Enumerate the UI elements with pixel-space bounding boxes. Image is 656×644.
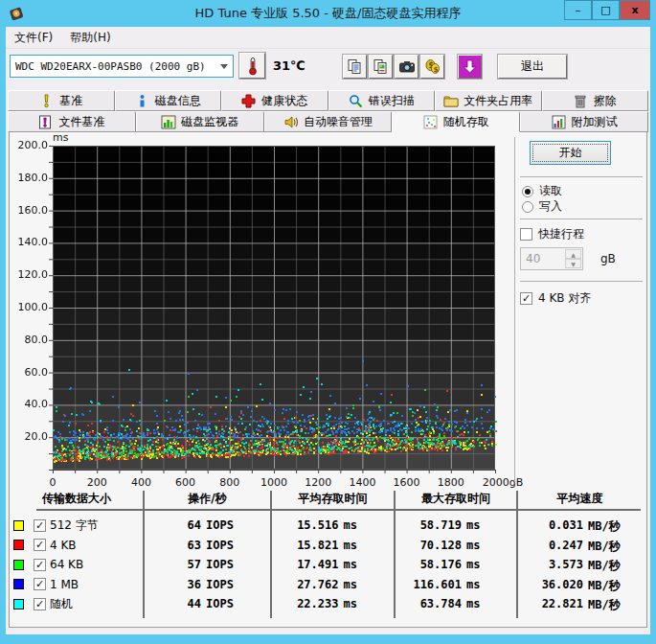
series-color-swatch [13,560,24,570]
avg-access-time: 15.516ms [271,518,395,532]
read-radio-label: 读取 [539,183,562,199]
column-header: 平均速度 [517,491,643,506]
value: 64 [172,518,201,532]
info-icon [135,94,150,108]
max-access-time: 63.784ms [395,597,517,610]
write-radio-row[interactable]: 写入 [522,198,562,215]
avg-speed: 0.031MB/秒 [517,518,643,535]
copy-image-button[interactable] [369,55,393,79]
unit: ms [466,518,503,532]
tab-benchmark[interactable]: 基准 [8,90,115,111]
value: 57 [172,558,201,571]
unit: MB/秒 [588,518,624,535]
series-checkbox[interactable]: ✓ [34,539,46,551]
write-radio-label: 写入 [539,198,562,215]
y-tick-label: 60.0 [10,366,48,379]
tab-disk-info[interactable]: 磁盘信息 [115,90,222,111]
divider [520,281,643,282]
tab-file-benchmark[interactable]: 文件基准 [8,111,136,132]
tab-label: 文件基准 [58,114,104,130]
thermometer-icon [246,57,260,76]
series-checkbox[interactable]: ✓ [34,578,46,590]
tab-error-scan[interactable]: 错误扫描 [328,90,436,111]
short-stroke-spinner[interactable]: 40 ▲ ▼ [520,247,583,270]
tab-row-2: 文件基准磁盘监视器自动噪音管理随机存取附加测试 [8,111,648,132]
align-row[interactable]: ✓ 4 KB 对齐 [520,290,591,307]
temperature-button[interactable] [239,53,265,79]
y-tick-label: 180.0 [10,172,48,184]
value: 3.573 [535,558,583,574]
unit: IOPS [206,578,242,591]
value: 17.491 [286,558,339,571]
series-checkbox[interactable]: ✓ [34,559,46,571]
results-table: 传输数据大小操作/秒平均存取时间最大存取时间平均速度✓512 字节64IOPS1… [10,489,643,623]
avg-access-time: 17.491ms [271,558,395,571]
tab-health[interactable]: 健康状态 [221,90,328,111]
menu-item-file[interactable]: 文件(F) [6,28,61,48]
series-checkbox[interactable]: ✓ [34,519,46,532]
align-checkbox[interactable]: ✓ [520,292,532,305]
spinner-up-icon[interactable]: ▲ [565,249,581,259]
tab-erase[interactable]: 擦除 [542,90,649,111]
screenshot-button[interactable] [395,55,418,79]
unit: ms [344,578,380,591]
value: 116.601 [409,578,462,591]
y-tick-label: 20.0 [10,430,48,443]
series-checkbox[interactable]: ✓ [34,598,46,610]
value: 27.762 [286,578,339,591]
read-radio-row[interactable]: 读取 [522,183,562,199]
unit: IOPS [206,597,242,610]
unit: MB/秒 [588,539,624,555]
minimize-button[interactable]: – [564,0,592,20]
exit-button[interactable]: 退出 [498,55,567,79]
avg-speed: 3.573MB/秒 [517,558,643,574]
tab-label: 附加测试 [572,114,618,130]
write-radio[interactable] [522,201,533,213]
tab-disk-monitor[interactable]: 磁盘监视器 [136,111,264,132]
menu-item-help[interactable]: 帮助(H) [61,28,119,48]
series-color-swatch [13,520,24,531]
tab-random-access[interactable]: 随机存取 [392,111,520,132]
read-radio[interactable] [522,186,533,197]
maximize-button[interactable]: □ [592,0,620,20]
y-tick-label: 40.0 [10,398,48,410]
table-row: ✓1 MB [10,575,144,594]
tab-label: 磁盘信息 [155,93,201,109]
copy-text-button[interactable] [343,55,367,79]
tab-row-1: 基准磁盘信息健康状态错误扫描文件夹占用率擦除 [8,90,648,111]
avg-access-time: 15.821ms [271,539,395,552]
short-stroke-label: 快捷行程 [538,226,584,242]
short-stroke-checkbox[interactable] [520,228,532,241]
drive-select[interactable]: WDC WD20EARX-00PASB0 (2000 gB) [10,55,234,78]
value: 44 [172,597,201,610]
bar-chart-icon [161,115,176,129]
y-tick-label: 200.0 [10,139,48,151]
spinner-down-icon[interactable]: ▼ [565,259,581,268]
unit: ms [466,578,503,591]
tab-aam[interactable]: 自动噪音管理 [264,111,393,132]
table-row: ✓64 KB [10,555,144,574]
unit: ms [344,558,380,571]
tab-label: 健康状态 [261,93,307,109]
divider [520,176,643,177]
tab-extra-tests[interactable]: 附加测试 [520,111,648,132]
avg-speed: 36.020MB/秒 [517,578,643,594]
access-time-scatter-chart [45,138,500,475]
start-button[interactable]: 开始 [530,141,611,165]
update-button[interactable] [458,55,482,79]
short-stroke-row[interactable]: 快捷行程 [520,226,584,242]
tab-folder-usage[interactable]: 文件夹占用率 [435,90,542,111]
unit: MB/秒 [588,578,624,594]
close-button[interactable]: x [620,0,650,20]
value: 15.821 [286,539,339,552]
speaker-icon [283,115,299,129]
chevron-down-icon [220,64,228,69]
max-access-time: 58.719ms [395,518,517,532]
donate-button[interactable]: $$ [420,55,444,79]
avg-access-time: 22.233ms [271,597,395,610]
tab-label: 基准 [59,93,82,109]
unit: IOPS [206,558,242,571]
drive-select-value: WDC WD20EARX-00PASB0 (2000 gB) [15,60,206,73]
client-area: 文件(F)帮助(H) WDC WD20EARX-00PASB0 (2000 gB… [6,27,650,634]
series-label: 随机 [50,596,73,612]
